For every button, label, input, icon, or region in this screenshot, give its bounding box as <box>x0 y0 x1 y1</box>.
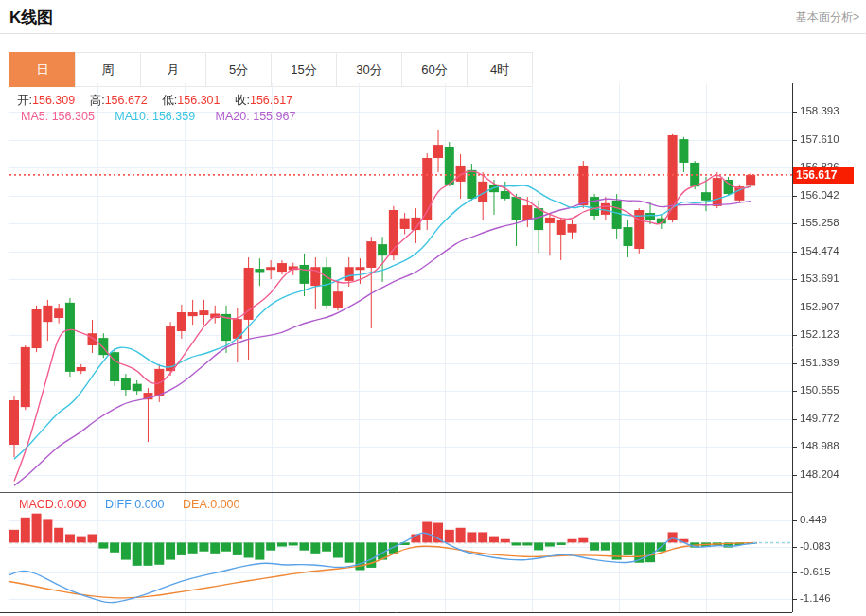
macd-axis-label: -1.146 <box>800 592 860 604</box>
tab-60min[interactable]: 60分 <box>401 52 468 87</box>
tab-4hour[interactable]: 4时 <box>467 52 533 87</box>
kline-page: K线图 基本面分析> 日 周 月 5分 15分 30分 60分 4时 开:156… <box>0 0 866 616</box>
tab-week[interactable]: 周 <box>75 52 141 87</box>
price-axis-label: 150.555 <box>800 384 860 396</box>
price-axis-label: 149.772 <box>800 413 860 424</box>
page-title: K线图 <box>9 7 53 28</box>
price-axis-label: 151.339 <box>800 357 860 368</box>
macd-axis-label: 0.449 <box>800 514 860 525</box>
price-axis-label: 154.474 <box>800 245 860 256</box>
tab-15min[interactable]: 15分 <box>271 52 337 87</box>
price-axis-label: 148.988 <box>800 440 860 451</box>
current-price-tag: 156.617 <box>793 167 854 184</box>
price-axis-label: 155.258 <box>800 217 860 228</box>
tab-5min[interactable]: 5分 <box>205 52 272 87</box>
tab-30min[interactable]: 30分 <box>336 52 402 87</box>
tab-month[interactable]: 月 <box>140 52 206 87</box>
price-axis-label: 157.610 <box>800 133 860 145</box>
kline-chart-canvas[interactable] <box>0 83 866 616</box>
price-axis-label: 158.393 <box>800 105 860 116</box>
fundamental-analysis-link[interactable]: 基本面分析> <box>796 9 859 26</box>
macd-axis-label: -0.083 <box>800 540 860 552</box>
price-axis-label: 153.691 <box>800 273 860 284</box>
macd-axis-label: -0.615 <box>800 566 860 577</box>
price-axis-label: 152.907 <box>800 301 860 312</box>
tab-day[interactable]: 日 <box>9 52 76 87</box>
price-axis-label: 156.042 <box>800 189 860 201</box>
title-divider <box>0 33 866 34</box>
period-tabbar: 日 周 月 5分 15分 30分 60分 4时 <box>9 52 533 87</box>
price-axis-label: 152.123 <box>800 328 860 340</box>
price-axis-label: 148.204 <box>800 468 860 480</box>
